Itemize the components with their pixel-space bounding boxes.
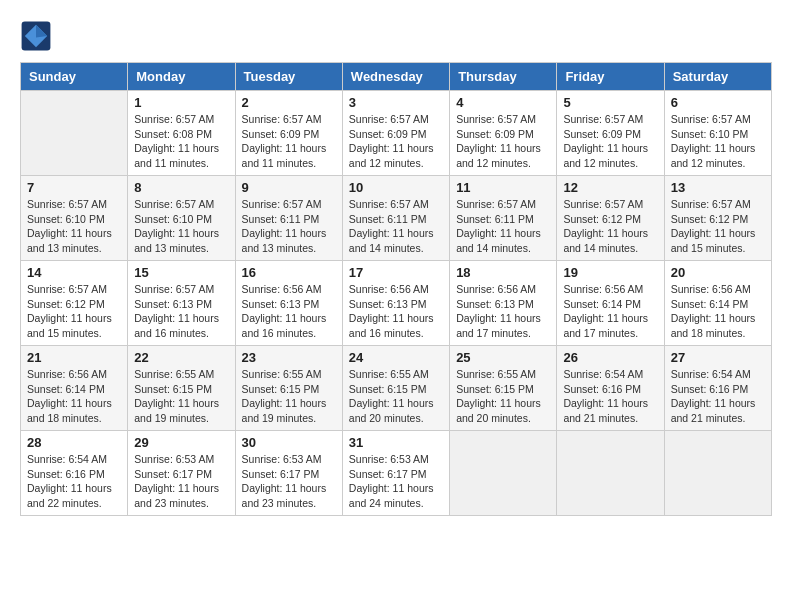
day-info: Sunrise: 6:55 AM Sunset: 6:15 PM Dayligh… xyxy=(242,367,336,426)
calendar-cell: 3 Sunrise: 6:57 AM Sunset: 6:09 PM Dayli… xyxy=(342,91,449,176)
calendar-cell: 5 Sunrise: 6:57 AM Sunset: 6:09 PM Dayli… xyxy=(557,91,664,176)
day-info: Sunrise: 6:53 AM Sunset: 6:17 PM Dayligh… xyxy=(134,452,228,511)
day-info: Sunrise: 6:57 AM Sunset: 6:12 PM Dayligh… xyxy=(563,197,657,256)
day-info: Sunrise: 6:56 AM Sunset: 6:14 PM Dayligh… xyxy=(671,282,765,341)
day-info: Sunrise: 6:57 AM Sunset: 6:10 PM Dayligh… xyxy=(134,197,228,256)
page-header xyxy=(20,20,772,52)
day-info: Sunrise: 6:57 AM Sunset: 6:11 PM Dayligh… xyxy=(242,197,336,256)
day-number: 28 xyxy=(27,435,121,450)
day-number: 15 xyxy=(134,265,228,280)
calendar-cell: 18 Sunrise: 6:56 AM Sunset: 6:13 PM Dayl… xyxy=(450,261,557,346)
day-number: 1 xyxy=(134,95,228,110)
logo xyxy=(20,20,56,52)
day-info: Sunrise: 6:57 AM Sunset: 6:09 PM Dayligh… xyxy=(563,112,657,171)
day-number: 23 xyxy=(242,350,336,365)
day-number: 2 xyxy=(242,95,336,110)
weekday-header-tuesday: Tuesday xyxy=(235,63,342,91)
calendar-cell: 10 Sunrise: 6:57 AM Sunset: 6:11 PM Dayl… xyxy=(342,176,449,261)
day-number: 26 xyxy=(563,350,657,365)
calendar-cell: 6 Sunrise: 6:57 AM Sunset: 6:10 PM Dayli… xyxy=(664,91,771,176)
day-number: 17 xyxy=(349,265,443,280)
day-info: Sunrise: 6:56 AM Sunset: 6:13 PM Dayligh… xyxy=(349,282,443,341)
day-info: Sunrise: 6:57 AM Sunset: 6:08 PM Dayligh… xyxy=(134,112,228,171)
calendar-cell: 21 Sunrise: 6:56 AM Sunset: 6:14 PM Dayl… xyxy=(21,346,128,431)
calendar-cell: 13 Sunrise: 6:57 AM Sunset: 6:12 PM Dayl… xyxy=(664,176,771,261)
day-number: 9 xyxy=(242,180,336,195)
weekday-header-monday: Monday xyxy=(128,63,235,91)
day-info: Sunrise: 6:57 AM Sunset: 6:12 PM Dayligh… xyxy=(671,197,765,256)
weekday-header-sunday: Sunday xyxy=(21,63,128,91)
day-number: 18 xyxy=(456,265,550,280)
calendar-cell: 23 Sunrise: 6:55 AM Sunset: 6:15 PM Dayl… xyxy=(235,346,342,431)
logo-icon xyxy=(20,20,52,52)
calendar-cell: 20 Sunrise: 6:56 AM Sunset: 6:14 PM Dayl… xyxy=(664,261,771,346)
calendar-cell xyxy=(21,91,128,176)
day-number: 31 xyxy=(349,435,443,450)
day-number: 3 xyxy=(349,95,443,110)
calendar-table: SundayMondayTuesdayWednesdayThursdayFrid… xyxy=(20,62,772,516)
calendar-cell: 28 Sunrise: 6:54 AM Sunset: 6:16 PM Dayl… xyxy=(21,431,128,516)
day-number: 21 xyxy=(27,350,121,365)
day-info: Sunrise: 6:54 AM Sunset: 6:16 PM Dayligh… xyxy=(671,367,765,426)
calendar-cell: 15 Sunrise: 6:57 AM Sunset: 6:13 PM Dayl… xyxy=(128,261,235,346)
day-info: Sunrise: 6:56 AM Sunset: 6:14 PM Dayligh… xyxy=(27,367,121,426)
day-info: Sunrise: 6:57 AM Sunset: 6:10 PM Dayligh… xyxy=(671,112,765,171)
weekday-header-saturday: Saturday xyxy=(664,63,771,91)
day-info: Sunrise: 6:57 AM Sunset: 6:09 PM Dayligh… xyxy=(456,112,550,171)
calendar-cell: 19 Sunrise: 6:56 AM Sunset: 6:14 PM Dayl… xyxy=(557,261,664,346)
day-number: 30 xyxy=(242,435,336,450)
day-number: 29 xyxy=(134,435,228,450)
day-number: 27 xyxy=(671,350,765,365)
day-info: Sunrise: 6:57 AM Sunset: 6:10 PM Dayligh… xyxy=(27,197,121,256)
calendar-week-1: 1 Sunrise: 6:57 AM Sunset: 6:08 PM Dayli… xyxy=(21,91,772,176)
day-number: 4 xyxy=(456,95,550,110)
calendar-cell xyxy=(664,431,771,516)
day-info: Sunrise: 6:57 AM Sunset: 6:11 PM Dayligh… xyxy=(456,197,550,256)
day-number: 13 xyxy=(671,180,765,195)
calendar-cell: 26 Sunrise: 6:54 AM Sunset: 6:16 PM Dayl… xyxy=(557,346,664,431)
calendar-cell: 9 Sunrise: 6:57 AM Sunset: 6:11 PM Dayli… xyxy=(235,176,342,261)
day-info: Sunrise: 6:55 AM Sunset: 6:15 PM Dayligh… xyxy=(456,367,550,426)
day-number: 10 xyxy=(349,180,443,195)
calendar-cell: 31 Sunrise: 6:53 AM Sunset: 6:17 PM Dayl… xyxy=(342,431,449,516)
day-info: Sunrise: 6:53 AM Sunset: 6:17 PM Dayligh… xyxy=(349,452,443,511)
calendar-week-4: 21 Sunrise: 6:56 AM Sunset: 6:14 PM Dayl… xyxy=(21,346,772,431)
day-info: Sunrise: 6:57 AM Sunset: 6:11 PM Dayligh… xyxy=(349,197,443,256)
day-number: 19 xyxy=(563,265,657,280)
day-number: 6 xyxy=(671,95,765,110)
day-number: 25 xyxy=(456,350,550,365)
calendar-cell: 30 Sunrise: 6:53 AM Sunset: 6:17 PM Dayl… xyxy=(235,431,342,516)
day-info: Sunrise: 6:56 AM Sunset: 6:13 PM Dayligh… xyxy=(456,282,550,341)
day-info: Sunrise: 6:57 AM Sunset: 6:13 PM Dayligh… xyxy=(134,282,228,341)
calendar-cell: 27 Sunrise: 6:54 AM Sunset: 6:16 PM Dayl… xyxy=(664,346,771,431)
calendar-week-2: 7 Sunrise: 6:57 AM Sunset: 6:10 PM Dayli… xyxy=(21,176,772,261)
weekday-header-friday: Friday xyxy=(557,63,664,91)
calendar-cell: 11 Sunrise: 6:57 AM Sunset: 6:11 PM Dayl… xyxy=(450,176,557,261)
day-number: 24 xyxy=(349,350,443,365)
day-info: Sunrise: 6:56 AM Sunset: 6:13 PM Dayligh… xyxy=(242,282,336,341)
day-number: 8 xyxy=(134,180,228,195)
day-info: Sunrise: 6:57 AM Sunset: 6:09 PM Dayligh… xyxy=(242,112,336,171)
day-info: Sunrise: 6:54 AM Sunset: 6:16 PM Dayligh… xyxy=(27,452,121,511)
calendar-cell: 1 Sunrise: 6:57 AM Sunset: 6:08 PM Dayli… xyxy=(128,91,235,176)
calendar-cell: 25 Sunrise: 6:55 AM Sunset: 6:15 PM Dayl… xyxy=(450,346,557,431)
calendar-cell: 14 Sunrise: 6:57 AM Sunset: 6:12 PM Dayl… xyxy=(21,261,128,346)
day-info: Sunrise: 6:54 AM Sunset: 6:16 PM Dayligh… xyxy=(563,367,657,426)
day-number: 12 xyxy=(563,180,657,195)
day-number: 20 xyxy=(671,265,765,280)
day-number: 5 xyxy=(563,95,657,110)
calendar-cell: 12 Sunrise: 6:57 AM Sunset: 6:12 PM Dayl… xyxy=(557,176,664,261)
day-number: 14 xyxy=(27,265,121,280)
day-info: Sunrise: 6:57 AM Sunset: 6:09 PM Dayligh… xyxy=(349,112,443,171)
calendar-cell: 16 Sunrise: 6:56 AM Sunset: 6:13 PM Dayl… xyxy=(235,261,342,346)
calendar-week-3: 14 Sunrise: 6:57 AM Sunset: 6:12 PM Dayl… xyxy=(21,261,772,346)
calendar-cell xyxy=(557,431,664,516)
calendar-cell: 29 Sunrise: 6:53 AM Sunset: 6:17 PM Dayl… xyxy=(128,431,235,516)
weekday-header-row: SundayMondayTuesdayWednesdayThursdayFrid… xyxy=(21,63,772,91)
calendar-cell: 24 Sunrise: 6:55 AM Sunset: 6:15 PM Dayl… xyxy=(342,346,449,431)
day-info: Sunrise: 6:56 AM Sunset: 6:14 PM Dayligh… xyxy=(563,282,657,341)
weekday-header-thursday: Thursday xyxy=(450,63,557,91)
calendar-week-5: 28 Sunrise: 6:54 AM Sunset: 6:16 PM Dayl… xyxy=(21,431,772,516)
calendar-cell: 22 Sunrise: 6:55 AM Sunset: 6:15 PM Dayl… xyxy=(128,346,235,431)
day-info: Sunrise: 6:57 AM Sunset: 6:12 PM Dayligh… xyxy=(27,282,121,341)
